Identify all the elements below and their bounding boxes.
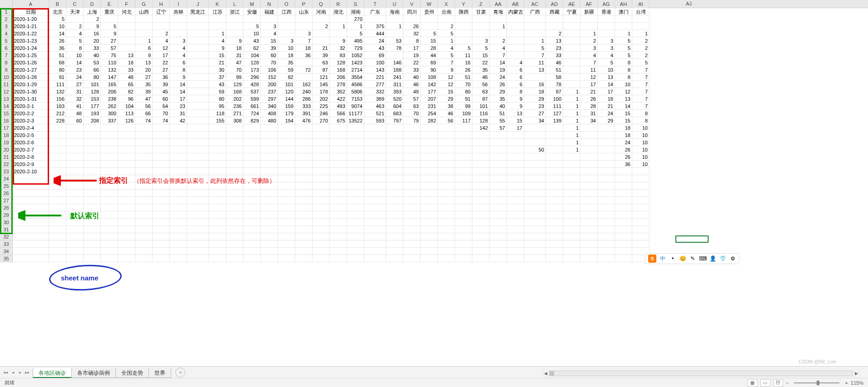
cell[interactable] — [226, 124, 243, 132]
cell[interactable]: 9074 — [347, 103, 364, 110]
row-header[interactable]: 9 — [0, 66, 13, 73]
row-header[interactable]: 12 — [0, 88, 13, 95]
cell[interactable]: 128 — [243, 59, 261, 66]
cell[interactable] — [386, 168, 403, 175]
cell[interactable] — [209, 161, 226, 168]
row-header[interactable]: 17 — [0, 124, 13, 132]
cell[interactable] — [243, 146, 261, 153]
cell[interactable]: 18 — [615, 124, 632, 132]
cell[interactable]: 2020-2-2 — [13, 110, 49, 117]
cell[interactable]: 26 — [403, 23, 421, 30]
cell[interactable]: 155 — [209, 117, 226, 124]
cell[interactable]: 2 — [438, 23, 455, 30]
cell[interactable] — [226, 211, 243, 219]
cell[interactable] — [209, 190, 226, 197]
cell[interactable] — [438, 146, 455, 153]
cell[interactable]: 16 — [455, 59, 472, 66]
zoom-out-icon[interactable]: − — [786, 380, 789, 386]
cell[interactable] — [49, 197, 66, 204]
cell[interactable] — [490, 211, 507, 219]
col-header-s[interactable]: S — [347, 0, 364, 8]
cell[interactable] — [187, 139, 209, 146]
cell[interactable] — [472, 233, 490, 240]
cell[interactable] — [135, 248, 153, 255]
cell[interactable]: 2 — [632, 37, 650, 44]
cell[interactable] — [580, 240, 598, 248]
cell[interactable]: 2020-1-23 — [13, 37, 49, 44]
cell[interactable]: 520 — [386, 95, 403, 103]
cell[interactable] — [455, 233, 472, 240]
cell[interactable] — [438, 204, 455, 211]
cell[interactable] — [312, 175, 330, 182]
cell[interactable]: 6 — [170, 59, 187, 66]
cell[interactable] — [438, 168, 455, 175]
col-header-l[interactable]: L — [226, 0, 243, 8]
cell[interactable] — [364, 182, 386, 190]
cell[interactable] — [187, 153, 209, 161]
cell[interactable] — [580, 15, 598, 23]
row-header[interactable]: 14 — [0, 103, 13, 110]
cell[interactable] — [403, 211, 421, 219]
cell[interactable]: 104 — [243, 52, 261, 59]
cell[interactable]: 495 — [347, 37, 364, 44]
cell[interactable] — [598, 175, 615, 182]
cell[interactable]: 7 — [632, 73, 650, 81]
cell[interactable] — [13, 226, 49, 233]
cell[interactable] — [261, 233, 278, 240]
cell[interactable] — [598, 15, 615, 23]
cell[interactable] — [421, 132, 438, 139]
cell[interactable]: 2020-2-5 — [13, 132, 49, 139]
row-header[interactable]: 10 — [0, 73, 13, 81]
cell[interactable] — [49, 139, 66, 146]
cell[interactable] — [187, 81, 209, 88]
cell[interactable] — [403, 182, 421, 190]
cell[interactable] — [278, 204, 295, 211]
cell[interactable] — [187, 240, 209, 248]
cell[interactable] — [101, 197, 118, 204]
cell[interactable] — [546, 240, 563, 248]
cell[interactable] — [490, 139, 507, 146]
cell[interactable] — [295, 226, 312, 233]
cell[interactable] — [546, 182, 563, 190]
cell[interactable] — [261, 161, 278, 168]
cell[interactable] — [546, 255, 563, 262]
cell[interactable]: 56 — [472, 81, 490, 88]
cell[interactable] — [226, 233, 243, 240]
cell[interactable] — [295, 161, 312, 168]
cell[interactable]: 48 — [66, 110, 84, 117]
cell[interactable]: 10 — [278, 44, 295, 52]
cell[interactable] — [135, 204, 153, 211]
cell[interactable]: 日期 — [13, 8, 49, 15]
cell[interactable]: 1 — [563, 139, 580, 146]
cell[interactable] — [347, 255, 364, 262]
cell[interactable] — [403, 240, 421, 248]
cell[interactable]: 辽宁 — [153, 8, 170, 15]
cell[interactable] — [507, 161, 524, 168]
cell[interactable]: 宁夏 — [563, 8, 580, 15]
cell[interactable] — [295, 190, 312, 197]
cell[interactable] — [153, 255, 170, 262]
cell[interactable]: 8 — [632, 110, 650, 117]
cell[interactable] — [66, 204, 84, 211]
cell[interactable] — [312, 153, 330, 161]
row-header[interactable]: 34 — [0, 248, 13, 255]
cell[interactable] — [101, 240, 118, 248]
cell[interactable] — [546, 168, 563, 175]
cell[interactable] — [598, 255, 615, 262]
cell[interactable]: 156 — [49, 95, 66, 103]
cell[interactable] — [243, 197, 261, 204]
cell[interactable]: 14 — [490, 59, 507, 66]
cell[interactable] — [598, 139, 615, 146]
cell[interactable] — [187, 95, 209, 103]
cell[interactable] — [524, 197, 546, 204]
cell[interactable] — [438, 211, 455, 219]
cell[interactable]: 4586 — [347, 81, 364, 88]
cell[interactable]: 42 — [170, 117, 187, 124]
cell[interactable]: 39 — [153, 81, 170, 88]
cell[interactable] — [615, 175, 632, 182]
cell[interactable]: 270 — [312, 117, 330, 124]
cell[interactable]: 1 — [438, 37, 455, 44]
cell[interactable]: 7 — [295, 37, 312, 44]
cell[interactable] — [101, 132, 118, 139]
cell[interactable]: 9 — [438, 66, 455, 73]
